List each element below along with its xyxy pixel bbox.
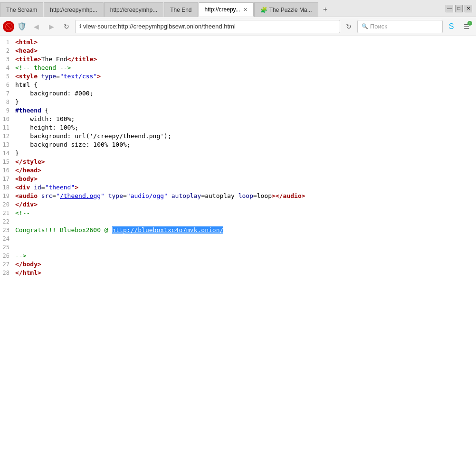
line-number: 11 [0,123,15,132]
menu-button[interactable]: ☰ 1 [460,20,473,33]
search-bar[interactable]: 🔍 Поиск [357,20,443,33]
tab-close-button[interactable]: ✕ [243,7,248,13]
tab-label: http://creepymhp... [110,7,157,13]
source-line-25: 25 [0,243,476,252]
tab-the-scream[interactable]: The Scream [0,2,43,17]
line-content: <body> [15,175,476,183]
new-tab-button[interactable]: + [319,2,332,17]
forward-button: ▶ [45,20,58,33]
source-line-6: 6 html { [0,81,476,89]
search-icon: 🔍 [362,23,368,29]
line-number: 2 [0,47,15,55]
source-line-28: 28 </html> [0,269,476,277]
close-button[interactable]: ✕ [465,5,472,12]
search-placeholder: Поиск [370,23,387,30]
line-content: <div id="theend"> [15,183,476,192]
tab-label: http://creepymhp... [50,7,97,13]
source-line-12: 12 background: url('/creepy/theend.png')… [0,132,476,140]
line-number: 7 [0,89,15,98]
line-content: background: #000; [15,89,476,98]
window-controls: — □ ✕ [442,0,476,17]
refresh-button[interactable]: ↻ [60,20,73,33]
source-line-1: 1 <html> [0,38,476,47]
line-number: 9 [0,106,15,115]
line-number: 4 [0,64,15,72]
browser-window: The Scream http://creepymhp... http://cr… [0,0,476,468]
line-number: 28 [0,269,15,277]
tab-creepy-3[interactable]: http://creepymhp... [104,2,163,17]
title-bar: The Scream http://creepymhp... http://cr… [0,0,476,17]
info-icon: ℹ [79,23,81,29]
source-line-17: 17 <body> [0,175,476,183]
source-line-15: 15 </style> [0,158,476,166]
skype-icon[interactable]: S [445,20,458,33]
minimize-button[interactable]: — [446,5,453,12]
selected-link[interactable]: http://bluebox1xc4o7mvk.onion/ [112,226,224,234]
line-number: 26 [0,252,15,260]
line-content: <audio src="/theend.ogg" type="audio/ogg… [15,192,476,200]
no-icon[interactable]: 🚫 [3,21,14,32]
source-line-11: 11 height: 100%; [0,123,476,132]
source-line-18: 18 <div id="theend"> [0,183,476,192]
tab-label: The Puzzle Ma... [269,7,312,13]
tabs-container: The Scream http://creepymhp... http://cr… [0,0,442,17]
source-line-10: 10 width: 100%; [0,115,476,123]
line-number: 13 [0,140,15,149]
source-line-23: 23 Congrats!!! Bluebox2600 @ http://blue… [0,226,476,234]
line-content: <title>The End</title> [15,55,476,64]
line-content: </div> [15,200,476,209]
puzzle-icon: 🧩 [260,7,267,13]
line-number: 17 [0,175,15,183]
address-bar[interactable]: ℹ view-source:http://creepymhpgibsewr.on… [75,20,340,33]
tab-creepy-active[interactable]: http://creepy... ✕ [199,2,254,17]
source-line-14: 14 } [0,149,476,158]
source-line-27: 27 </body> [0,260,476,269]
line-content: <style type="text/css"> [15,72,476,81]
line-number: 24 [0,234,15,243]
tab-label: http://creepy... [205,6,240,13]
source-line-22: 22 [0,217,476,226]
line-number: 22 [0,217,15,226]
line-content: --> [15,252,476,260]
line-number: 14 [0,149,15,158]
line-content: } [15,149,476,158]
line-content: </head> [15,166,476,175]
line-number: 15 [0,158,15,166]
tab-puzzle[interactable]: 🧩 The Puzzle Ma... [254,2,318,17]
source-line-24: 24 [0,234,476,243]
source-view: 1 <html> 2 <head> 3 <title>The End</titl… [0,36,476,468]
line-number: 3 [0,55,15,64]
source-line-3: 3 <title>The End</title> [0,55,476,64]
line-content: <!-- theend --> [15,64,476,72]
line-number: 21 [0,209,15,217]
line-number: 27 [0,260,15,269]
location-refresh-icon[interactable]: ↻ [342,20,355,33]
tab-creepy-2[interactable]: http://creepymhp... [44,2,103,17]
maximize-button[interactable]: □ [455,5,463,12]
source-line-21: 21 <!-- [0,209,476,217]
line-number: 18 [0,183,15,192]
line-content: <!-- [15,209,476,217]
source-line-20: 20 </div> [0,200,476,209]
line-number: 19 [0,192,15,200]
shield-icon[interactable]: 🛡️ [16,21,28,32]
line-content: </body> [15,260,476,269]
notification-badge: 1 [467,21,472,26]
line-number: 8 [0,98,15,106]
source-line-19: 19 <audio src="/theend.ogg" type="audio/… [0,192,476,200]
tab-label: The Scream [6,7,37,13]
line-number: 10 [0,115,15,123]
line-content: </html> [15,269,476,277]
source-line-16: 16 </head> [0,166,476,175]
source-line-26: 26 --> [0,252,476,260]
line-number: 5 [0,72,15,81]
line-content: width: 100%; [15,115,476,123]
line-number: 12 [0,132,15,140]
line-content: background-size: 100% 100%; [15,140,476,149]
line-content: html { [15,81,476,89]
line-content: height: 100%; [15,123,476,132]
address-text: view-source:http://creepymhpgibsewr.onio… [83,23,236,30]
tab-label: The End [170,7,191,13]
tab-the-end[interactable]: The End [164,2,198,17]
source-line-4: 4 <!-- theend --> [0,64,476,72]
